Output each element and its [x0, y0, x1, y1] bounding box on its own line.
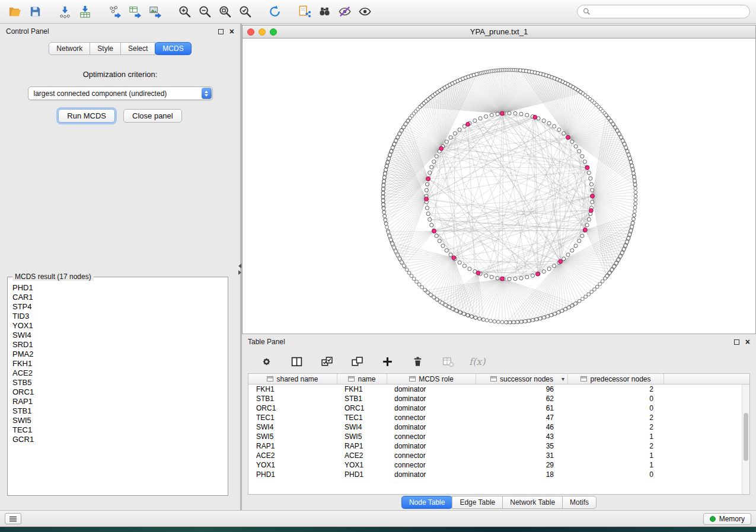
- network-node[interactable]: [391, 146, 394, 149]
- network-node[interactable]: [458, 128, 461, 132]
- dominator-node[interactable]: [583, 228, 587, 232]
- network-node[interactable]: [585, 223, 589, 227]
- network-node[interactable]: [382, 210, 386, 214]
- dominator-node[interactable]: [452, 256, 456, 260]
- network-node[interactable]: [400, 129, 403, 132]
- zoom-out-button[interactable]: [196, 3, 213, 21]
- network-node[interactable]: [626, 149, 629, 153]
- scrollbar-thumb[interactable]: [744, 413, 748, 461]
- network-node[interactable]: [628, 157, 631, 161]
- show-columns-button[interactable]: [288, 352, 305, 370]
- network-node[interactable]: [595, 285, 599, 289]
- network-node[interactable]: [425, 188, 428, 192]
- network-node[interactable]: [466, 313, 470, 317]
- network-node[interactable]: [496, 112, 499, 116]
- network-node[interactable]: [611, 123, 615, 126]
- network-node[interactable]: [630, 164, 634, 168]
- network-node[interactable]: [633, 206, 637, 209]
- network-node[interactable]: [508, 111, 511, 115]
- delete-column-button[interactable]: [409, 352, 426, 370]
- network-node[interactable]: [626, 240, 629, 243]
- network-node[interactable]: [634, 202, 637, 206]
- import-table-button[interactable]: [76, 3, 94, 21]
- network-node[interactable]: [623, 142, 626, 146]
- network-node[interactable]: [574, 302, 578, 306]
- network-node[interactable]: [535, 318, 538, 321]
- mcds-result-item[interactable]: YOX1: [12, 321, 223, 331]
- network-node[interactable]: [493, 320, 496, 323]
- mcds-result-item[interactable]: SWI4: [12, 331, 223, 340]
- network-node[interactable]: [449, 136, 452, 139]
- network-node[interactable]: [574, 244, 578, 248]
- network-node[interactable]: [633, 179, 637, 182]
- network-node[interactable]: [580, 155, 584, 158]
- network-node[interactable]: [513, 277, 517, 281]
- network-node[interactable]: [441, 301, 444, 305]
- open-session-button[interactable]: [6, 3, 24, 21]
- network-node[interactable]: [553, 124, 556, 128]
- network-node[interactable]: [475, 72, 479, 76]
- table-close-button[interactable]: ×: [745, 338, 750, 346]
- table-float-button[interactable]: [734, 339, 739, 345]
- import-network-button[interactable]: [56, 3, 74, 21]
- network-node[interactable]: [430, 223, 433, 227]
- close-panel-action-button[interactable]: Close panel: [123, 109, 182, 123]
- table-row[interactable]: SWI4SWI4dominator462: [248, 422, 749, 432]
- network-node[interactable]: [567, 306, 570, 309]
- mcds-result-item[interactable]: GCR1: [12, 435, 223, 444]
- network-node[interactable]: [482, 318, 486, 322]
- network-node[interactable]: [444, 303, 447, 307]
- network-node[interactable]: [447, 305, 451, 309]
- network-node[interactable]: [634, 194, 637, 198]
- network-node[interactable]: [634, 198, 637, 202]
- network-node[interactable]: [504, 321, 508, 324]
- maximize-window-icon[interactable]: [270, 28, 277, 36]
- network-title-bar[interactable]: YPA_prune.txt_1: [242, 25, 756, 38]
- network-node[interactable]: [496, 276, 499, 280]
- dominator-node[interactable]: [566, 136, 570, 140]
- network-node[interactable]: [621, 139, 624, 143]
- network-node[interactable]: [394, 249, 398, 253]
- network-node[interactable]: [589, 182, 593, 186]
- network-node[interactable]: [425, 182, 429, 186]
- network-node[interactable]: [617, 132, 621, 136]
- network-node[interactable]: [605, 274, 609, 278]
- network-node[interactable]: [400, 261, 404, 264]
- network-node[interactable]: [430, 165, 433, 169]
- table-scrollbar[interactable]: [742, 384, 749, 494]
- network-node[interactable]: [547, 121, 551, 125]
- find-button[interactable]: [315, 3, 333, 21]
- save-session-button[interactable]: [26, 3, 44, 21]
- network-node[interactable]: [474, 316, 477, 319]
- mcds-result-item[interactable]: PMA2: [12, 350, 223, 359]
- zoom-selected-button[interactable]: [236, 3, 254, 21]
- network-node[interactable]: [512, 321, 515, 324]
- network-node[interactable]: [425, 206, 429, 210]
- network-node[interactable]: [388, 234, 391, 238]
- export-image-button[interactable]: [146, 3, 164, 21]
- mcds-result-item[interactable]: FKH1: [12, 359, 223, 368]
- mcds-result-item[interactable]: STB1: [12, 406, 223, 416]
- network-node[interactable]: [426, 291, 429, 294]
- export-table-button[interactable]: [126, 3, 143, 21]
- mcds-result-item[interactable]: CAR1: [12, 293, 223, 302]
- network-node[interactable]: [432, 160, 436, 164]
- network-node[interactable]: [633, 183, 637, 187]
- network-node[interactable]: [490, 275, 493, 279]
- mcds-result-item[interactable]: SWI5: [12, 416, 223, 425]
- network-node[interactable]: [629, 229, 633, 232]
- refresh-layout-button[interactable]: [266, 3, 283, 21]
- network-node[interactable]: [500, 321, 504, 324]
- mcds-result-item[interactable]: TID3: [12, 312, 223, 321]
- dominator-node[interactable]: [425, 197, 429, 201]
- network-node[interactable]: [428, 217, 432, 221]
- network-node[interactable]: [479, 117, 482, 120]
- network-node[interactable]: [613, 265, 616, 268]
- splitter-handle-icon[interactable]: [238, 264, 241, 275]
- column-header[interactable]: MCDS role: [387, 374, 476, 384]
- network-node[interactable]: [627, 153, 630, 156]
- dominator-node[interactable]: [559, 259, 563, 264]
- network-node[interactable]: [590, 290, 594, 294]
- network-node[interactable]: [497, 320, 500, 323]
- network-node[interactable]: [617, 258, 620, 262]
